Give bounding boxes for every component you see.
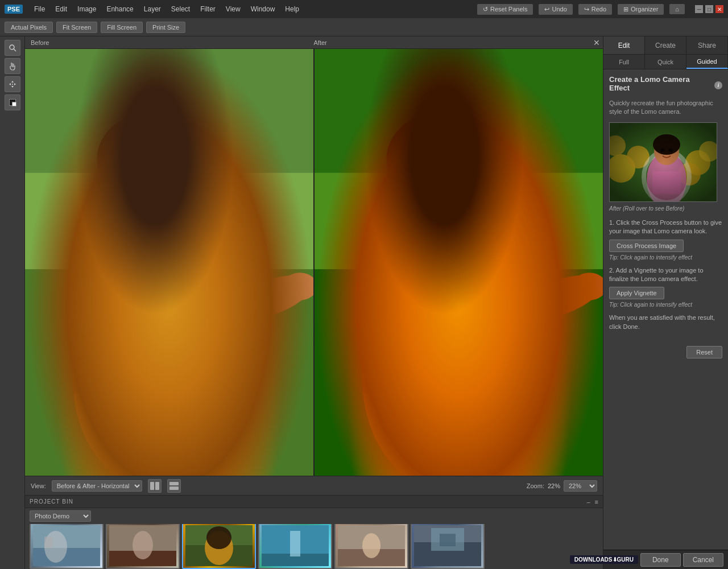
right-content: Create a Lomo Camera Effect i Quickly re… bbox=[603, 69, 728, 550]
fit-screen-button[interactable]: Fit Screen bbox=[56, 22, 97, 33]
canvas-area: Before After ✕ bbox=[25, 36, 603, 569]
hand-tool[interactable] bbox=[5, 58, 20, 74]
subtab-quick[interactable]: Quick bbox=[645, 55, 686, 69]
bottom-bar: View: Before & After - Horizontal Zoom: … bbox=[25, 476, 603, 495]
project-bin-title: PROJECT BIN bbox=[30, 498, 73, 505]
fill-screen-button[interactable]: Fill Screen bbox=[101, 22, 143, 33]
menu-window[interactable]: Window bbox=[246, 3, 280, 15]
move-tool[interactable] bbox=[5, 76, 20, 92]
tools-panel bbox=[0, 36, 25, 569]
zoom-tool[interactable] bbox=[5, 40, 20, 56]
thumbnail-4[interactable] bbox=[258, 524, 332, 569]
ba-images bbox=[25, 49, 603, 476]
minimize-button[interactable]: ─ bbox=[695, 5, 703, 13]
info-icon[interactable]: i bbox=[714, 81, 722, 89]
effect-preview bbox=[609, 122, 717, 202]
menu-bar: File Edit Image Enhance Layer Select Fil… bbox=[30, 3, 304, 15]
tip2-text: Tip: Click again to intensify effect bbox=[609, 302, 722, 308]
home-button[interactable]: ⌂ bbox=[669, 4, 685, 14]
tab-create[interactable]: Create bbox=[645, 36, 686, 54]
svg-rect-33 bbox=[169, 486, 179, 490]
svg-line-1 bbox=[14, 49, 16, 51]
menu-filter[interactable]: Filter bbox=[196, 3, 220, 15]
step2-text: 2. Add a Vignette to your image to final… bbox=[609, 266, 722, 284]
panel-description: Quickly recreate the fun photographic st… bbox=[609, 99, 722, 117]
right-sub-tabs: Full Quick Guided bbox=[603, 55, 728, 69]
zoom-dropdown[interactable]: 22% 50% 100% bbox=[564, 480, 597, 492]
zoom-label: Zoom: bbox=[527, 483, 544, 489]
organizer-button[interactable]: ⊞ Organizer bbox=[618, 4, 664, 15]
svg-point-50 bbox=[362, 533, 380, 558]
menu-edit[interactable]: Edit bbox=[51, 3, 72, 15]
reset-panels-button[interactable]: ↺ Reset Panels bbox=[477, 4, 533, 15]
tip1-text: Tip: Click again to intensify effect bbox=[609, 254, 722, 261]
thumbnail-5[interactable] bbox=[334, 524, 408, 569]
reset-panels-icon: ↺ bbox=[483, 6, 488, 13]
ba-close-button[interactable]: ✕ bbox=[590, 36, 603, 49]
project-bin-collapse[interactable]: – bbox=[586, 498, 590, 505]
photo-demo-select[interactable]: Photo Demo bbox=[30, 510, 91, 522]
project-bin-controls: – ≡ bbox=[586, 498, 598, 505]
menu-select[interactable]: Select bbox=[167, 3, 195, 15]
menu-help[interactable]: Help bbox=[280, 3, 304, 15]
maximize-button[interactable]: □ bbox=[705, 5, 713, 13]
tab-edit[interactable]: Edit bbox=[603, 36, 645, 54]
undo-button[interactable]: ↩ Undo bbox=[539, 4, 572, 15]
menu-layer[interactable]: Layer bbox=[139, 3, 166, 15]
zoom-area: Zoom: 22% 22% 50% 100% bbox=[527, 480, 597, 492]
menu-image[interactable]: Image bbox=[73, 3, 101, 15]
thumbnail-3[interactable] bbox=[182, 524, 256, 569]
project-bin-header: PROJECT BIN – ≡ bbox=[25, 496, 603, 508]
project-bin: PROJECT BIN – ≡ Photo Demo bbox=[25, 495, 603, 569]
svg-point-0 bbox=[10, 45, 14, 50]
svg-rect-37 bbox=[44, 537, 53, 548]
svg-rect-69 bbox=[610, 123, 717, 202]
preview-caption: After (Roll over to see Before) bbox=[609, 205, 722, 212]
tab-share[interactable]: Share bbox=[686, 36, 728, 54]
view-vertical-button[interactable] bbox=[167, 479, 181, 493]
print-size-button[interactable]: Print Size bbox=[146, 22, 185, 33]
satisfied-text: When you are satisfied with the result, … bbox=[609, 314, 722, 331]
cancel-button[interactable]: Cancel bbox=[683, 553, 723, 567]
done-button[interactable]: Done bbox=[640, 553, 681, 567]
subtab-guided[interactable]: Guided bbox=[686, 55, 728, 69]
right-panel: Edit Create Share Full Quick Guided Crea… bbox=[603, 36, 728, 569]
step1-text: 1. Click the Cross Process button to giv… bbox=[609, 218, 722, 236]
thumbnail-2[interactable] bbox=[106, 524, 180, 569]
redo-button[interactable]: ↪ Redo bbox=[578, 4, 612, 15]
reset-button[interactable]: Reset bbox=[686, 346, 722, 358]
view-select[interactable]: Before & After - Horizontal bbox=[52, 480, 142, 492]
undo-icon: ↩ bbox=[544, 6, 549, 13]
color-swap-tool[interactable] bbox=[5, 94, 20, 110]
redo-icon: ↪ bbox=[584, 6, 589, 13]
svg-rect-54 bbox=[440, 534, 456, 546]
svg-rect-47 bbox=[290, 531, 300, 556]
panel-title: Create a Lomo Camera Effect bbox=[609, 75, 712, 92]
menu-view[interactable]: View bbox=[221, 3, 245, 15]
menu-file[interactable]: File bbox=[30, 3, 49, 15]
close-button[interactable]: ✕ bbox=[715, 5, 723, 13]
done-cancel-bar: DOWNLOADS⬇GURU Done Cancel bbox=[603, 550, 728, 569]
svg-rect-31 bbox=[155, 482, 159, 490]
svg-rect-32 bbox=[169, 482, 179, 485]
thumbnail-1[interactable] bbox=[30, 524, 104, 569]
organizer-icon: ⊞ bbox=[623, 6, 628, 13]
actual-pixels-button[interactable]: Actual Pixels bbox=[5, 22, 53, 33]
window-controls: ─ □ ✕ bbox=[695, 5, 723, 13]
ba-header: Before After ✕ bbox=[25, 36, 603, 49]
after-panel bbox=[315, 49, 603, 476]
svg-point-40 bbox=[133, 531, 153, 559]
main-layout: Before After ✕ bbox=[0, 36, 728, 569]
subtab-full[interactable]: Full bbox=[603, 55, 645, 69]
project-bin-menu[interactable]: ≡ bbox=[595, 498, 598, 505]
bin-top-row: Photo Demo bbox=[25, 508, 603, 524]
before-panel bbox=[25, 49, 313, 476]
cross-process-button[interactable]: Cross Process Image bbox=[609, 240, 684, 252]
toolbar-row: Actual Pixels Fit Screen Fill Screen Pri… bbox=[0, 18, 728, 36]
apply-vignette-button[interactable]: Apply Vignette bbox=[609, 287, 664, 299]
menu-enhance[interactable]: Enhance bbox=[102, 3, 138, 15]
thumbnail-6[interactable] bbox=[411, 524, 485, 569]
title-bar-right: ↺ Reset Panels ↩ Undo ↪ Redo ⊞ Organizer… bbox=[477, 4, 723, 15]
ba-before-label: Before bbox=[25, 39, 308, 46]
view-horizontal-button[interactable] bbox=[148, 479, 162, 493]
